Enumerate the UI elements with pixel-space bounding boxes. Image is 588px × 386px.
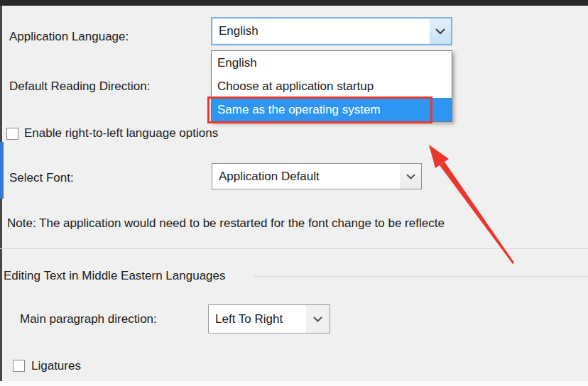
application-language-label: Application Language: [9,30,129,44]
chevron-down-icon [400,164,421,189]
bottom-edge-strip [0,381,588,386]
ligatures-label: Ligatures [31,359,81,373]
dropdown-option-english[interactable]: English [212,51,452,75]
language-dropdown-list: English Choose at application startup Sa… [211,50,452,122]
restart-note-text: Note: The application would need to be r… [7,216,588,231]
group-title-rule [254,276,588,277]
default-reading-direction-label: Default Reading Direction: [9,79,150,94]
dropdown-option-same-as-os[interactable]: Same as the operating system [212,98,452,121]
rtl-options-label: Enable right-to-left language options [24,126,218,140]
dropdown-option-choose-at-startup[interactable]: Choose at application startup [212,75,452,98]
application-language-value: English [212,24,430,38]
middle-eastern-group-title: Editing Text in Middle Eastern Languages [4,269,226,283]
select-font-combobox[interactable]: Application Default [212,163,422,189]
section-divider [0,248,588,249]
rtl-options-checkbox[interactable] [6,128,18,140]
chevron-down-icon [306,305,330,333]
paragraph-direction-combobox[interactable]: Left To Right [208,304,330,333]
select-font-label: Select Font: [9,171,74,185]
select-font-value: Application Default [212,170,400,184]
main-paragraph-direction-label: Main paragraph direction: [20,312,157,326]
preferences-language-panel: Application Language: English English Ch… [0,0,588,386]
window-top-bar [0,0,588,6]
application-language-combobox[interactable]: English [211,17,452,45]
left-scroll-indicator[interactable] [0,142,4,199]
chevron-down-icon [430,18,451,44]
paragraph-direction-value: Left To Right [209,312,306,326]
ligatures-checkbox[interactable] [13,360,25,372]
